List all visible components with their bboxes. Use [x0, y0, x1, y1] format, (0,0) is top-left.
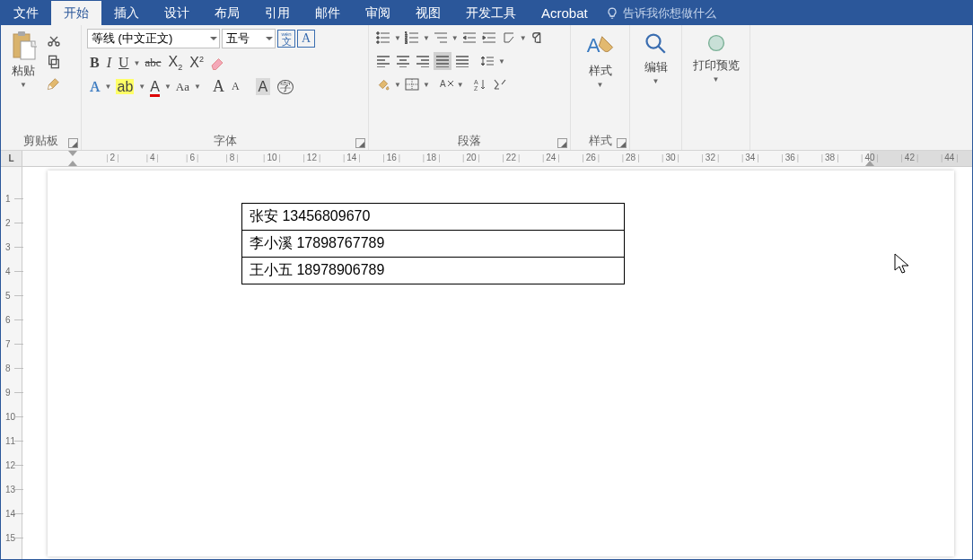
sort-button[interactable]: AZ: [471, 75, 489, 93]
highlight-button[interactable]: ab: [113, 79, 136, 95]
document-table[interactable]: 张安 13456809670 李小溪 17898767789 王小五 18978…: [241, 203, 625, 284]
bullets-button[interactable]: [374, 29, 392, 47]
shrink-font-button[interactable]: A: [229, 80, 242, 93]
ruler-tick: 1: [5, 194, 11, 204]
tell-me-search[interactable]: 告诉我你想做什么: [600, 1, 716, 25]
format-painter-button[interactable]: [44, 74, 64, 93]
hanging-indent-marker[interactable]: [68, 161, 77, 166]
asian-layout-button[interactable]: [500, 29, 518, 47]
ruler-tick: 8: [5, 363, 11, 373]
borders-button[interactable]: [403, 75, 421, 93]
shading-button[interactable]: [374, 75, 392, 93]
ruler-tick: 2: [106, 153, 118, 162]
editing-button[interactable]: 编辑 ▼: [639, 29, 673, 128]
tab-acrobat[interactable]: Acrobat: [529, 1, 600, 25]
bold-button[interactable]: B: [87, 55, 102, 71]
tab-home[interactable]: 开始: [51, 1, 101, 25]
find-icon: [643, 31, 670, 57]
ruler-tick: 14: [5, 509, 15, 519]
table-row[interactable]: 张安 13456809670: [242, 204, 625, 231]
insert-symbol-button[interactable]: [491, 75, 509, 93]
menu-bar: 文件 开始 插入 设计 布局 引用 邮件 审阅 视图 开发工具 Acrobat …: [1, 1, 972, 25]
dropdown-icon: [266, 37, 273, 44]
document-area: L 24681012141618202224262830323436384042…: [1, 151, 972, 560]
clipboard-group-label: 剪贴板: [23, 133, 58, 149]
increase-indent-button[interactable]: [480, 29, 498, 47]
tab-review[interactable]: 审阅: [353, 1, 403, 25]
document-page[interactable]: 张安 13456809670 李小溪 17898767789 王小五 18978…: [48, 171, 954, 556]
subscript-button[interactable]: X2: [166, 54, 186, 72]
tab-design[interactable]: 设计: [152, 1, 202, 25]
styles-icon: A: [585, 31, 616, 61]
character-shading-button[interactable]: A: [253, 79, 274, 95]
line-spacing-button[interactable]: [478, 52, 496, 70]
table-cell[interactable]: 张安 13456809670: [242, 204, 625, 231]
ruler-corner[interactable]: L: [1, 151, 22, 167]
horizontal-ruler[interactable]: 2468101214161820222426283032343638404244…: [22, 151, 972, 167]
text-effects-button[interactable]: A: [87, 79, 103, 95]
tab-file[interactable]: 文件: [1, 1, 51, 25]
decrease-indent-button[interactable]: [460, 29, 478, 47]
align-distributed-button[interactable]: [453, 52, 471, 70]
font-size-select[interactable]: 五号: [222, 29, 276, 48]
italic-button[interactable]: I: [104, 55, 114, 71]
multilevel-list-button[interactable]: [432, 29, 450, 47]
clipboard-dialog-launcher[interactable]: [68, 138, 78, 148]
font-color-button[interactable]: A: [147, 79, 162, 95]
change-case-button[interactable]: Aa: [173, 80, 192, 94]
print-preview-label: 打印预览: [693, 57, 740, 74]
align-right-button[interactable]: [414, 52, 432, 70]
superscript-button[interactable]: X2: [187, 55, 206, 71]
styles-button[interactable]: A 样式 ▼: [582, 29, 619, 128]
first-line-indent-marker[interactable]: [68, 151, 77, 156]
table-cell[interactable]: 王小五 18978906789: [242, 258, 625, 284]
copy-button[interactable]: [44, 52, 64, 72]
asian-spacing-icon: A: [438, 78, 454, 91]
group-font: 等线 (中文正文) 五号 wén文 A B I U▼ abc X2 X2 A▼ …: [82, 25, 369, 150]
phonetic-guide-button[interactable]: wén文: [277, 30, 295, 48]
table-row[interactable]: 王小五 18978906789: [242, 258, 625, 284]
group-print-preview: 打印预览 ▼: [682, 25, 750, 150]
tab-developer[interactable]: 开发工具: [453, 1, 529, 25]
tab-layout[interactable]: 布局: [202, 1, 252, 25]
table-row[interactable]: 李小溪 17898767789: [242, 231, 625, 258]
tab-insert[interactable]: 插入: [101, 1, 152, 25]
paragraph-dialog-launcher[interactable]: [557, 138, 567, 148]
tab-references[interactable]: 引用: [252, 1, 302, 25]
ruler-tick: 6: [186, 153, 198, 162]
align-left-button[interactable]: [374, 52, 392, 70]
tab-mailings[interactable]: 邮件: [302, 1, 353, 25]
grow-font-button[interactable]: A: [210, 77, 227, 96]
styles-label: 样式: [589, 63, 612, 79]
paint-bucket-icon: [376, 77, 390, 92]
sort-icon: AZ: [473, 78, 487, 91]
tab-view[interactable]: 视图: [403, 1, 453, 25]
styles-dialog-launcher[interactable]: [617, 138, 627, 148]
editing-label: 编辑: [644, 59, 668, 75]
character-border-button[interactable]: A: [297, 30, 315, 48]
enclose-characters-button[interactable]: 字: [275, 78, 296, 95]
underline-button[interactable]: U: [116, 55, 132, 71]
ruler-tick: 3: [5, 242, 11, 252]
cut-button[interactable]: [44, 31, 64, 50]
numbering-button[interactable]: 123: [403, 29, 421, 47]
strikethrough-button[interactable]: abc: [142, 56, 163, 70]
align-justify-button[interactable]: [434, 52, 451, 70]
paste-button[interactable]: 粘贴 ▼: [6, 29, 40, 128]
ruler-tick: 13: [5, 485, 15, 494]
align-justify-icon: [435, 55, 450, 67]
print-preview-button[interactable]: 打印预览 ▼: [689, 29, 743, 128]
align-center-button[interactable]: [394, 52, 412, 70]
ruler-tick: 28: [622, 153, 640, 162]
font-name-select[interactable]: 等线 (中文正文): [87, 29, 220, 48]
editing-dropdown-icon: ▼: [653, 77, 660, 85]
show-marks-button[interactable]: [529, 29, 547, 47]
clear-formatting-button[interactable]: [208, 54, 226, 72]
vertical-ruler[interactable]: 123456789101112131415: [1, 167, 22, 560]
ruler-tick: 7: [5, 339, 11, 349]
table-cell[interactable]: 李小溪 17898767789: [242, 231, 625, 258]
asian-spacing-button[interactable]: A: [437, 75, 455, 93]
font-dialog-launcher[interactable]: [355, 138, 365, 148]
ruler-tick: 8: [225, 153, 238, 162]
font-name-value: 等线 (中文正文): [92, 31, 172, 47]
